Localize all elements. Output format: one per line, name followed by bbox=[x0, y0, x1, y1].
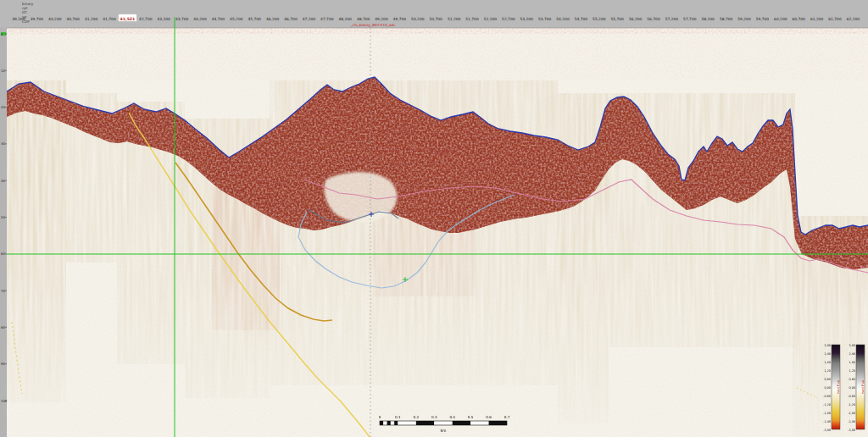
cdp-axis-label: 50,700 bbox=[430, 17, 443, 21]
scale-bar-tick-label: 0 bbox=[379, 415, 381, 419]
depth-axis-label: 80 bbox=[1, 325, 5, 329]
colorbar-tick-label: 3,00 bbox=[824, 344, 831, 347]
cdp-axis-label: 51,200 bbox=[448, 17, 461, 21]
scale-bar-unit: km bbox=[440, 429, 447, 433]
depth-axis-label: 20 bbox=[1, 105, 5, 109]
cdp-axis-label: 49,200 bbox=[375, 17, 388, 21]
colorbar-tick-label: -2,40 bbox=[823, 420, 831, 423]
cdp-axis-label: 55,700 bbox=[611, 17, 625, 21]
colorbar-tick-label: 0,60 bbox=[824, 378, 831, 381]
depth-axis-label: 40 bbox=[1, 179, 5, 183]
cdp-axis-label: 59,700 bbox=[756, 17, 770, 21]
colorbar-tick-label: 2,40 bbox=[824, 352, 831, 356]
cdp-axis-label: 50,200 bbox=[411, 17, 425, 21]
cdp-cursor-value: 41,521 bbox=[120, 17, 136, 21]
scale-bar-subcell bbox=[383, 421, 387, 425]
scale-bar-tick-label: 0.4 bbox=[449, 415, 455, 419]
colorbar-tick-label: -1,80 bbox=[823, 412, 831, 415]
depth-axis-label: 70 bbox=[1, 289, 5, 293]
cdp-axis-label: 56,700 bbox=[647, 17, 660, 21]
depth-axis-label: 30 bbox=[1, 141, 5, 146]
cdp-axis-label: 61,700 bbox=[828, 17, 842, 21]
depth-axis-label: 90 bbox=[1, 362, 5, 366]
cdp-axis-label: 47,200 bbox=[303, 17, 316, 21]
colorbar-tick-label: -2,40 bbox=[848, 420, 855, 423]
cdp-axis-label: 52,200 bbox=[484, 17, 498, 21]
depth-axis-label: 50 bbox=[1, 215, 5, 219]
scale-bar-subcell bbox=[380, 421, 383, 425]
scale-bar-tick-label: 0.1 bbox=[395, 415, 401, 419]
cdp-axis-label: 43,700 bbox=[175, 17, 189, 21]
cdp-axis-label: 41,700 bbox=[103, 17, 116, 21]
cdp-axis-label: 40,200 bbox=[48, 17, 62, 21]
colorbar-left-axis-label: hard P up bbox=[837, 380, 840, 394]
colorbar-tick-label: -3,00 bbox=[823, 429, 831, 432]
cdp-axis-label: 54,700 bbox=[575, 17, 588, 21]
upper-noise-band bbox=[7, 34, 868, 80]
seismic-plot-area[interactable] bbox=[7, 17, 868, 437]
cdp-axis-label: 58,700 bbox=[720, 17, 733, 21]
cdp-axis-label: 41,200 bbox=[85, 17, 98, 21]
scale-bar-subcell bbox=[391, 421, 394, 425]
cdp-axis-label: 46,200 bbox=[266, 17, 280, 21]
cdp-axis-label: 52,700 bbox=[502, 17, 515, 21]
cdp-axis-label: 59,200 bbox=[737, 17, 751, 21]
scale-bar-cell bbox=[416, 421, 434, 425]
left-axis-strip bbox=[0, 28, 7, 437]
top-noise-stripe bbox=[7, 28, 868, 34]
colorbar-tick-label: -1,20 bbox=[823, 403, 831, 407]
cdp-axis-label: 57,200 bbox=[665, 17, 679, 21]
colorbar-tick-label: 3,00 bbox=[849, 344, 855, 347]
cdp-axis-label: 53,700 bbox=[538, 17, 552, 21]
scale-bar-tick-label: 0.5 bbox=[468, 415, 474, 419]
cdp-axis-label: 55,200 bbox=[593, 17, 606, 21]
colorbar-tick-label: -0,60 bbox=[823, 395, 831, 398]
cdp-axis-label: 45,200 bbox=[230, 17, 243, 21]
cdp-axis-label: 61,200 bbox=[810, 17, 824, 21]
colorbar-tick-label: 1,80 bbox=[849, 361, 855, 364]
colorbar-tick-label: -1,20 bbox=[848, 403, 855, 407]
cdp-axis-label: 49,700 bbox=[393, 17, 407, 21]
cdp-axis-label: 60,200 bbox=[774, 17, 787, 21]
colorbar-tick-label: 1,20 bbox=[849, 369, 855, 373]
cdp-axis-label: 48,700 bbox=[357, 17, 370, 21]
colorbar-tick-label: 0,00 bbox=[824, 386, 831, 390]
cdp-axis-label: 44,700 bbox=[212, 17, 225, 21]
cdp-axis-label: 42,700 bbox=[139, 17, 153, 21]
colorbar-tick-label: 1,80 bbox=[824, 361, 831, 364]
line-name-label: _cts_blessy_B07-E10_adc bbox=[350, 23, 397, 27]
cdp-axis-label: 58,200 bbox=[702, 17, 715, 21]
cdp-axis-label: 44,200 bbox=[193, 17, 207, 21]
scale-bar-subcell bbox=[394, 421, 398, 425]
scale-bar-tick-label: 0.6 bbox=[486, 415, 492, 419]
scale-bar-cell bbox=[434, 421, 452, 425]
colorbar-tick-label: -0,60 bbox=[848, 395, 855, 398]
colorbar-tick-label: 2,40 bbox=[849, 352, 855, 356]
scale-bar-tick-label: 0.2 bbox=[414, 415, 420, 419]
scale-bar-cell bbox=[453, 421, 470, 425]
colorbar-right-axis-label: hard P up bbox=[861, 380, 865, 394]
scale-bar-cell bbox=[489, 421, 507, 425]
cdp-axis-label: 60,700 bbox=[793, 17, 806, 21]
cdp-axis-label: 43,200 bbox=[158, 17, 171, 21]
scale-bar-cell bbox=[398, 421, 415, 425]
depth-axis-label: 60 bbox=[1, 252, 5, 256]
depth-axis-label: 10 bbox=[1, 69, 5, 73]
cdp-axis-label: 53,200 bbox=[520, 17, 534, 21]
scale-bar-subcell bbox=[387, 421, 391, 425]
cdp-axis-label: 46,700 bbox=[284, 17, 298, 21]
scale-bar-tick-label: 0.3 bbox=[431, 415, 437, 419]
seismic-section-canvas[interactable]: binarycptOTSPCDP 39,20039,70040,20040,70… bbox=[0, 0, 868, 437]
cdp-axis-label: 54,200 bbox=[556, 17, 570, 21]
colorbar-tick-label: -1,80 bbox=[848, 412, 855, 415]
cdp-axis-label: 48,200 bbox=[339, 17, 353, 21]
cdp-axis-label: 39,200 bbox=[12, 17, 25, 21]
colorbar-tick-label: -3,00 bbox=[848, 429, 855, 432]
cdp-axis-label: 62,200 bbox=[847, 17, 860, 21]
cdp-axis-label: 56,200 bbox=[629, 17, 643, 21]
colorbar-tick-label: 0,00 bbox=[849, 386, 855, 390]
cdp-axis-label: 39,700 bbox=[31, 17, 44, 21]
scale-bar-cell bbox=[470, 421, 488, 425]
cdp-axis-label: 40,700 bbox=[67, 17, 81, 21]
scale-bar-tick-label: 0.7 bbox=[504, 415, 510, 419]
